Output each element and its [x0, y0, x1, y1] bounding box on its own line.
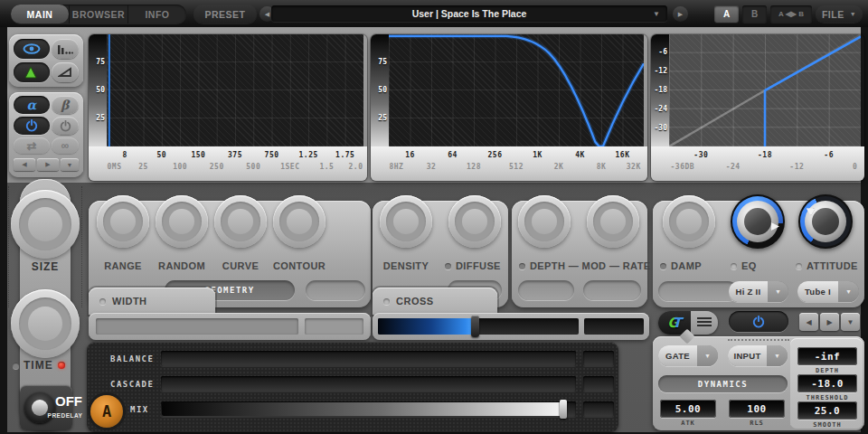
mod-depth-knob[interactable] — [518, 195, 571, 248]
diffuse-knob[interactable] — [448, 195, 501, 248]
diffuse-dot[interactable] — [445, 263, 451, 269]
envelope-shape-button[interactable] — [14, 62, 50, 82]
width-tab[interactable]: WIDTH — [89, 288, 215, 315]
x-tick: 4K — [575, 151, 585, 159]
y-tick: 50 — [371, 86, 387, 94]
smooth-display[interactable]: 25.0 — [797, 401, 857, 420]
dyn-prev-button[interactable]: ◀ — [799, 313, 818, 331]
time-knob[interactable] — [11, 289, 80, 358]
density-knob[interactable] — [380, 195, 432, 248]
tab-info[interactable]: INFO — [127, 5, 186, 24]
attitude-dot[interactable] — [796, 263, 802, 269]
attack-display[interactable]: 5.00 — [660, 400, 716, 418]
mod-depth-pill[interactable] — [518, 280, 574, 300]
swap-ab-button[interactable]: ⇄ — [14, 137, 50, 154]
width-aux-slider[interactable] — [305, 318, 363, 335]
nav-prev-button[interactable]: ◀ — [14, 158, 35, 171]
eq-mode-dropdown[interactable]: Hi Z II ▼ — [729, 281, 788, 302]
size-knob[interactable] — [11, 190, 80, 259]
dynamics-title-button[interactable]: DYNAMICS — [658, 375, 788, 392]
predelay-value[interactable]: OFF — [55, 393, 82, 409]
power-b-button[interactable] — [52, 117, 79, 135]
eq-dot[interactable] — [731, 263, 737, 269]
damp-dot[interactable] — [660, 263, 666, 269]
preset-button[interactable]: PRESET — [193, 5, 257, 24]
threshold-display[interactable]: -18.0 — [797, 374, 857, 392]
mod-dot[interactable] — [519, 263, 525, 269]
dynamics-power-button[interactable] — [729, 311, 788, 332]
dynamics-graph: -6 -12 -18 -24 -30 -30 -18 -6 -36DB -24 … — [651, 34, 864, 181]
contour-knob[interactable] — [273, 195, 326, 248]
x-axis-strip: -30 -18 -6 -36DB -24 -12 0 — [651, 146, 864, 181]
preset-display[interactable]: User | Space Is The Place ▼ — [271, 5, 667, 22]
x-tick: 0 — [853, 163, 857, 171]
time-dot[interactable] — [13, 363, 19, 369]
dyn-menu-button[interactable]: ▼ — [841, 313, 860, 331]
file-menu-button[interactable]: FILE ▼ — [816, 5, 863, 23]
ab-slot-b-button[interactable]: B — [742, 5, 767, 23]
x-tick: 1.5 — [319, 163, 334, 171]
eq-knob[interactable] — [731, 194, 785, 249]
frequency-plot — [389, 34, 644, 146]
tab-main[interactable]: MAIN — [11, 5, 69, 24]
cross-tab[interactable]: CROSS — [373, 288, 497, 315]
arrow-down-icon: ▼ — [67, 162, 73, 168]
mix-slider[interactable] — [161, 401, 576, 417]
curve-knob[interactable] — [214, 195, 267, 248]
mix-aux-slider[interactable] — [583, 401, 614, 417]
input-dropdown[interactable]: INPUT ▼ — [728, 345, 788, 366]
plugin-window: MAIN BROWSER INFO PRESET ◀ User | Space … — [0, 0, 868, 434]
depth-display[interactable]: -inf — [797, 347, 857, 365]
view-eye-button[interactable] — [14, 39, 50, 59]
nav-next-button[interactable]: ▶ — [37, 158, 59, 171]
attitude-knob[interactable] — [798, 194, 853, 249]
cross-aux-slider[interactable] — [584, 318, 644, 335]
eq-mode-value: Hi Z II — [729, 281, 768, 302]
cross-slider-thumb[interactable] — [471, 316, 479, 337]
contour-mode-pill[interactable] — [306, 280, 365, 300]
dyn-next-button[interactable]: ▶ — [820, 313, 839, 331]
damp-mode-pill[interactable] — [658, 281, 738, 301]
nav-menu-button[interactable]: ▼ — [61, 158, 79, 171]
damp-label-row: DAMP — [660, 260, 702, 271]
display-mode-panel — [9, 34, 83, 87]
gate-dropdown[interactable]: GATE ▼ — [658, 345, 718, 366]
x-tick: 25 — [138, 163, 148, 171]
width-dot[interactable] — [99, 298, 106, 305]
ab-slot-a-button[interactable]: A — [714, 5, 739, 23]
damp-knob[interactable] — [663, 195, 715, 248]
time-led[interactable] — [58, 362, 65, 369]
engine-beta-button[interactable]: β — [52, 96, 79, 114]
file-menu-label: FILE — [822, 9, 844, 20]
power-a-button[interactable] — [14, 117, 50, 135]
balance-aux-slider[interactable] — [583, 351, 614, 366]
balance-slider[interactable] — [161, 351, 576, 366]
x-tick: 8 — [123, 151, 127, 159]
cross-slider[interactable] — [378, 318, 579, 335]
random-knob[interactable] — [156, 195, 208, 248]
mod-rate-knob[interactable] — [587, 195, 639, 248]
mix-slider-thumb[interactable] — [560, 400, 567, 419]
ab-copy-button[interactable]: A ◀▶ B — [770, 5, 812, 23]
cascade-slider[interactable] — [161, 376, 576, 392]
x-axis-strip: 16 64 256 1K 4K 16K 8HZ 32 128 512 2K 8K… — [371, 146, 647, 181]
view-bars-button[interactable] — [52, 39, 79, 59]
engine-alpha-button[interactable]: α — [14, 96, 50, 114]
time-label-row: TIME — [13, 359, 65, 372]
preset-next-button[interactable]: ▶ — [673, 6, 688, 22]
tab-browser[interactable]: BROWSER — [69, 5, 127, 24]
mod-rate-pill[interactable] — [583, 280, 641, 300]
y-tick: 25 — [89, 114, 105, 122]
cross-dot[interactable] — [383, 298, 390, 305]
attitude-mode-dropdown[interactable]: Tube I ▼ — [797, 281, 859, 302]
link-ab-button[interactable]: ∞ — [52, 137, 79, 154]
release-display[interactable]: 100 — [729, 400, 785, 418]
range-knob[interactable] — [97, 195, 149, 248]
contour-label: CONTOUR — [267, 260, 332, 271]
ramp-outline-button[interactable] — [52, 62, 79, 82]
chevron-down-icon[interactable]: ▼ — [653, 10, 660, 18]
cascade-aux-slider[interactable] — [583, 376, 614, 392]
list-mode-button[interactable] — [691, 311, 718, 335]
view-tabs: MAIN BROWSER INFO — [11, 5, 186, 24]
width-slider[interactable] — [96, 318, 298, 335]
